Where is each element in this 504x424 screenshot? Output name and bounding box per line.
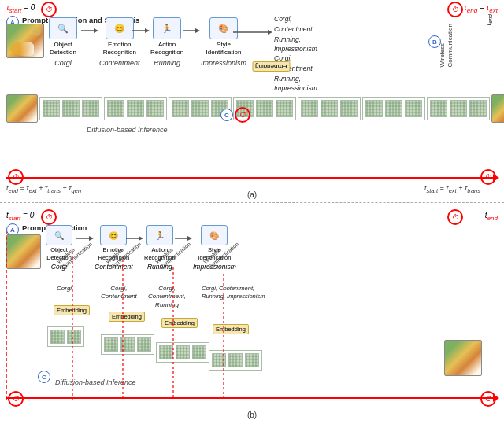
tau-start-top: τstart = 0 (6, 3, 35, 14)
step-emo-top: 😊 EmotionRecognition Contentment (99, 17, 140, 67)
svg-marker-9 (89, 236, 94, 241)
arrow-2-top (132, 27, 150, 36)
result-4-bottom: Corgi, Contentment,Running, Impressionis… (202, 285, 265, 300)
svg-marker-5 (195, 28, 200, 33)
noise-row-2-bottom (101, 334, 154, 355)
embed-4-bottom: Embedding (213, 324, 249, 334)
svg-marker-7 (268, 30, 272, 35)
step-act-top: 🏃 ActionRecognition Running (150, 17, 183, 67)
svg-marker-13 (187, 236, 192, 241)
synthesis-output-top: Corgi,Contentment,Running,Impressionism (274, 14, 317, 54)
embed-3-bottom: Embedding (161, 318, 198, 328)
corgi-result-bottom (444, 340, 482, 376)
bottom-section: tstart = 0 ⏱ tend ⏱ A Prompt Extraction … (0, 205, 504, 424)
tau-end-vertical: τend (484, 14, 493, 26)
timer-bottom-left-top: ⏱ (8, 169, 24, 185)
timer-end-top: ⏱ (447, 2, 463, 17)
embedding-label-top: Embedding (252, 61, 290, 72)
timer-bl-bottom: ⏱ (8, 391, 24, 407)
bottom-label-left-top: tend = τext + τtrans + τgen (6, 184, 81, 194)
bottom-label-right-top: tstart = τext + τtrans (424, 184, 480, 194)
tau-end-bottom: tend (485, 211, 498, 222)
timer-end-bottom: ⏱ (447, 209, 463, 225)
embed-1-bottom: Embedding (54, 305, 90, 315)
tau-end-top: τend = τext (464, 3, 498, 14)
diagram-a-label: (a) (247, 190, 257, 199)
timer-start-top: ⏱ (41, 2, 57, 17)
section-c-label-bottom: C (38, 371, 50, 383)
corgi-image-bottom (6, 234, 41, 269)
wireless-label-top: WirelessCommunication (439, 24, 455, 68)
arr1-bottom (76, 234, 94, 244)
section-c-label-top: C (220, 109, 233, 121)
embed-2-bottom: Embedding (109, 312, 145, 322)
tau-start-bottom: tstart = 0 (6, 211, 34, 222)
step-obj-top: 🔍 ObjectDetection Corgi (49, 17, 77, 67)
arrow-3-top (183, 27, 200, 36)
arrow-to-output (233, 28, 272, 38)
red-line-top (6, 177, 498, 179)
timer-c-top: ⏱ (235, 107, 250, 123)
noise-blocks-top (6, 94, 504, 123)
timer-start-bottom: ⏱ (41, 209, 57, 225)
diffusion-label-top: Diffusion-based Inference (87, 126, 168, 134)
svg-marker-1 (94, 28, 98, 33)
arr2-bottom (126, 234, 143, 244)
result-2-bottom: Corgi,Contentment (101, 285, 137, 301)
svg-marker-3 (145, 28, 150, 33)
step-sty-top: 🎨 StyleIdentification Impressionism (201, 17, 246, 67)
noise-row-3-bottom (156, 342, 209, 363)
result-3-bottom: Corgi,Contentment,Running (148, 285, 186, 309)
diagram-container: τstart = 0 ⏱ τend = τext ⏱ A Prompt Extr… (0, 0, 504, 424)
arrow-1-top (81, 27, 98, 35)
arr3-bottom (175, 234, 192, 244)
timer-br-bottom: ⏱ (480, 391, 496, 407)
svg-marker-11 (139, 236, 143, 241)
red-line-bottom (6, 397, 498, 399)
synthesis-output-bottom-top: Corgi,Contentment,Running,Impressionism (274, 53, 317, 94)
diagram-b-label: (b) (247, 411, 257, 419)
timer-bottom-right-top: ⏱ (480, 169, 496, 185)
noise-row-4-bottom (209, 350, 262, 371)
corgi-image-top (6, 24, 44, 58)
diffusion-label-bottom: Diffusion-based Inference (55, 378, 136, 386)
top-section: τstart = 0 ⏱ τend = τext ⏱ A Prompt Extr… (0, 0, 504, 203)
result-1-bottom: Corgi (57, 285, 72, 292)
noise-row-1-bottom (47, 326, 84, 347)
